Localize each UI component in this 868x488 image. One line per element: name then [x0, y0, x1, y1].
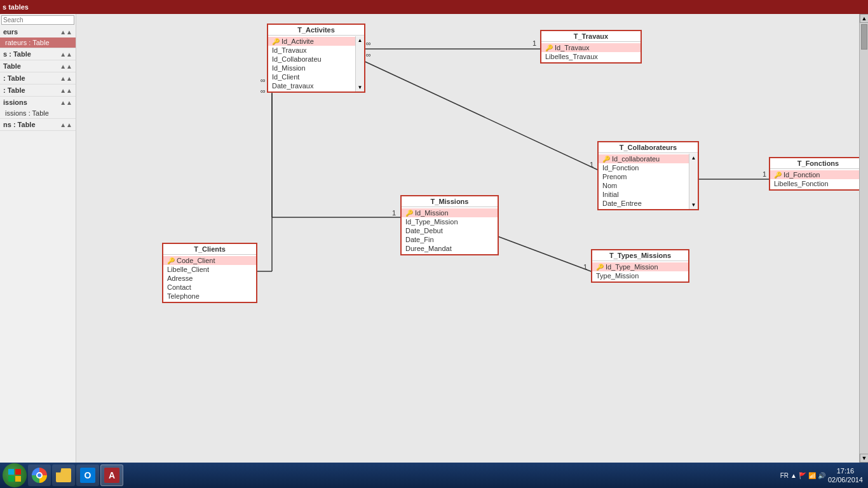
pk-icon: 🔑 — [602, 156, 610, 163]
field-label: Initial — [602, 191, 619, 198]
windows-icon — [8, 468, 22, 482]
scroll-up-btn[interactable]: ▲ — [860, 14, 868, 23]
sidebar-label: : Table — [3, 86, 25, 94]
field-id-fonction: Id_Fonction — [599, 163, 698, 172]
field-label: Date_travaux — [272, 82, 313, 90]
pk-icon: 🔑 — [545, 44, 553, 51]
field-duree-mandat: Duree_Mandat — [402, 244, 498, 253]
table-body-t-collaborateurs: 🔑 Id_collaborateu Id_Fonction Prenom Nom — [599, 153, 698, 209]
v-scrollbar[interactable]: ▲ ▼ — [859, 14, 868, 463]
scroll-down-btn[interactable]: ▼ — [860, 454, 868, 463]
field-label: Libelles_Fonction — [774, 180, 829, 187]
table-body-t-missions: 🔑 Id_Mission Id_Type_Mission Date_Debut … — [402, 207, 498, 254]
sidebar-header-table5[interactable]: : Table ▲▲ — [0, 85, 76, 96]
field-id-fonction: 🔑 Id_Fonction — [770, 170, 859, 179]
app-title: s tables — [3, 3, 29, 11]
taskbar-files-btn[interactable] — [52, 464, 75, 486]
field-id-client: Id_Client — [268, 72, 364, 81]
field-label: Date_Fin — [405, 236, 434, 243]
table-body-t-activites: 🔑 Id_Activite Id_Travaux Id_Collaborateu… — [268, 36, 364, 92]
table-t-travaux: T_Travaux 🔑 Id_Travaux Libelles_Travaux — [540, 30, 642, 64]
scroll-up-btn[interactable]: ▲ — [356, 36, 364, 44]
field-label: Id_Travaux — [272, 46, 307, 54]
sidebar-header-missions[interactable]: issions ▲▲ — [0, 97, 76, 108]
field-contact: Contact — [163, 283, 256, 292]
field-id-travaux: Id_Travaux — [268, 46, 364, 55]
collapse-icon: ▲▲ — [60, 87, 72, 94]
app-window: s tables eurs ▲▲ rateurs : Table s : Tab… — [0, 0, 868, 488]
field-libelle-client: Libelle_Client — [163, 265, 256, 274]
field-id-collaborateu: 🔑 Id_collaborateu — [599, 154, 698, 163]
field-libelles-fonction: Libelles_Fonction — [770, 179, 859, 188]
field-label: Prenom — [602, 173, 627, 180]
field-id-activite: 🔑 Id_Activite — [268, 37, 364, 46]
field-date-fin: Date_Fin — [402, 235, 498, 244]
table-header-t-fonctions: T_Fonctions — [770, 158, 859, 169]
top-bar: s tables — [0, 0, 868, 14]
field-label: Telephone — [167, 292, 200, 300]
content-area: eurs ▲▲ rateurs : Table s : Table ▲▲ Tab… — [0, 14, 868, 463]
collapse-icon: ▲▲ — [60, 99, 72, 106]
sidebar-header-table3[interactable]: Table ▲▲ — [0, 60, 76, 72]
taskbar-chrome-btn[interactable] — [28, 464, 51, 486]
field-initial: Initial — [599, 190, 698, 199]
sidebar-section-table4: : Table ▲▲ — [0, 72, 76, 85]
field-label: Id_Client — [272, 73, 299, 81]
sidebar-item-missions-table[interactable]: issions : Table — [0, 108, 76, 118]
pk-icon: 🔑 — [272, 38, 280, 45]
scroll-down-btn[interactable]: ▼ — [356, 83, 364, 92]
sidebar-section-table3: Table ▲▲ — [0, 60, 76, 72]
start-button[interactable] — [3, 463, 27, 487]
sidebar: eurs ▲▲ rateurs : Table s : Table ▲▲ Tab… — [0, 14, 76, 463]
table-body-t-travaux: 🔑 Id_Travaux Libelles_Travaux — [541, 42, 641, 62]
collapse-icon: ▲▲ — [60, 63, 72, 70]
sidebar-item-collaborateurs-table[interactable]: rateurs : Table — [0, 37, 76, 48]
collapse-icon: ▲▲ — [60, 75, 72, 82]
field-label: Date_Debut — [405, 227, 443, 234]
scroll-up-btn[interactable]: ▲ — [690, 154, 698, 162]
field-label: Adresse — [167, 274, 193, 282]
field-label: Contact — [167, 283, 191, 291]
diagram-canvas: ∞ 1 ∞ 1 ∞ 1 ∞ — [76, 14, 839, 370]
field-id-mission: Id_Mission — [268, 64, 364, 72]
field-libelles-travaux: Libelles_Travaux — [541, 52, 641, 61]
sidebar-header-table4[interactable]: : Table ▲▲ — [0, 72, 76, 84]
scroll-down-btn[interactable]: ▼ — [690, 201, 698, 209]
svg-text:1: 1 — [583, 263, 587, 271]
field-label: Duree_Mandat — [405, 245, 452, 252]
field-adresse: Adresse — [163, 274, 256, 283]
search-input[interactable] — [1, 15, 74, 25]
svg-text:1: 1 — [532, 39, 536, 47]
v-scroll-thumb[interactable] — [861, 24, 867, 50]
table-body-t-fonctions: 🔑 Id_Fonction Libelles_Fonction — [770, 169, 859, 189]
table-scrollbar[interactable]: ▲ ▼ — [355, 36, 364, 92]
taskbar-outlook-btn[interactable]: O — [76, 464, 99, 486]
sidebar-header-collaborateurs[interactable]: eurs ▲▲ — [0, 26, 76, 37]
table-t-clients: T_Clients 🔑 Code_Client Libelle_Client A… — [162, 243, 257, 303]
sidebar-header-s-table[interactable]: s : Table ▲▲ — [0, 48, 76, 60]
sidebar-header-ns-table[interactable]: ns : Table ▲▲ — [0, 119, 76, 130]
svg-text:∞: ∞ — [366, 39, 371, 47]
table-header-t-travaux: T_Travaux — [541, 31, 641, 42]
sidebar-section-table5: : Table ▲▲ — [0, 85, 76, 97]
diagram-scroll[interactable]: ∞ 1 ∞ 1 ∞ 1 ∞ — [76, 14, 859, 463]
pk-icon: 🔑 — [405, 210, 413, 217]
table-t-collaborateurs: T_Collaborateurs 🔑 Id_collaborateu Id_Fo… — [597, 141, 699, 210]
svg-line-14 — [489, 233, 591, 271]
sidebar-label: issions — [3, 98, 27, 106]
svg-rect-22 — [8, 476, 14, 482]
svg-line-3 — [361, 60, 597, 170]
pk-icon: 🔑 — [167, 257, 175, 264]
table-scrollbar[interactable]: ▲ ▼ — [689, 154, 698, 209]
table-header-t-types-missions: T_Types_Missions — [592, 250, 688, 261]
taskbar-access-btn[interactable]: A — [100, 464, 123, 486]
table-header-t-collaborateurs: T_Collaborateurs — [599, 142, 698, 153]
field-label: Libelle_Client — [167, 266, 209, 273]
svg-text:1: 1 — [763, 170, 766, 178]
field-label: Id_collaborateu — [612, 155, 660, 163]
folder-icon — [56, 468, 71, 482]
table-t-activites: T_Activites 🔑 Id_Activite Id_Travaux Id_… — [267, 24, 365, 93]
field-id-mission: 🔑 Id_Mission — [402, 208, 498, 217]
table-header-t-clients: T_Clients — [163, 244, 256, 255]
sidebar-section-s-table: s : Table ▲▲ — [0, 48, 76, 60]
